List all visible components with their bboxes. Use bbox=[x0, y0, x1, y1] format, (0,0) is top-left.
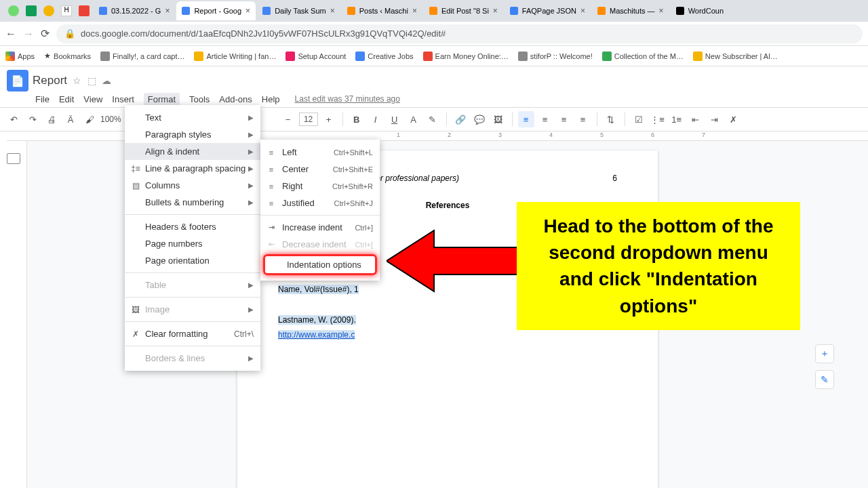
cloud-icon[interactable]: ☁ bbox=[102, 75, 111, 86]
browser-tab[interactable]: FAQPage JSON× bbox=[505, 1, 591, 20]
last-edit-link[interactable]: Last edit was 37 minutes ago bbox=[295, 94, 400, 104]
menu-view[interactable]: View bbox=[83, 94, 102, 104]
numbered-button[interactable]: 1≡ bbox=[669, 111, 685, 127]
format-line-spacing[interactable]: ‡≡Line & paragraph spacing▶ bbox=[125, 160, 260, 177]
decrease-indent[interactable]: ⇤Decrease indentCtrl+[ bbox=[260, 236, 380, 253]
print-button[interactable]: 🖨 bbox=[43, 111, 60, 127]
link-button[interactable]: 🔗 bbox=[452, 111, 469, 127]
menu-addons[interactable]: Add-ons bbox=[219, 94, 252, 104]
close-icon[interactable]: × bbox=[580, 6, 585, 16]
menu-help[interactable]: Help bbox=[262, 94, 280, 104]
bookmark-item[interactable]: Finally!, a card capt… bbox=[100, 52, 184, 61]
increase-indent[interactable]: ⇥Increase indentCtrl+] bbox=[260, 219, 380, 236]
pinned-tab[interactable] bbox=[76, 3, 92, 19]
move-icon[interactable]: ⬚ bbox=[87, 75, 96, 86]
menu-tools[interactable]: Tools bbox=[189, 94, 210, 104]
bookmark-item[interactable]: Collection of the M… bbox=[602, 52, 684, 61]
menu-insert[interactable]: Insert bbox=[112, 94, 134, 104]
close-icon[interactable]: × bbox=[165, 6, 170, 16]
align-center[interactable]: ≡CenterCtrl+Shift+E bbox=[260, 161, 380, 178]
align-right-button[interactable]: ≡ bbox=[556, 111, 572, 127]
reference-link[interactable]: http://www.example.c bbox=[278, 330, 355, 340]
redo-button[interactable]: ↷ bbox=[24, 111, 41, 127]
format-paragraph-styles[interactable]: Paragraph styles▶ bbox=[125, 126, 260, 143]
paint-format-button[interactable]: 🖌 bbox=[81, 111, 98, 127]
clear-format-button[interactable]: ✗ bbox=[726, 111, 742, 127]
align-right[interactable]: ≡RightCtrl+Shift+R bbox=[260, 178, 380, 195]
format-columns[interactable]: ▤Columns▶ bbox=[125, 177, 260, 194]
indentation-options[interactable]: Indentation options bbox=[265, 256, 375, 273]
browser-tab[interactable]: Posts ‹ Maschi× bbox=[342, 1, 422, 20]
indent-decrease-button[interactable]: ⇤ bbox=[688, 111, 704, 127]
indent-increase-button[interactable]: ⇥ bbox=[707, 111, 723, 127]
format-borders-lines[interactable]: Borders & lines▶ bbox=[125, 350, 260, 367]
bullets-button[interactable]: ⋮≡ bbox=[650, 111, 666, 127]
format-align-indent[interactable]: Align & indent▶ bbox=[125, 143, 260, 160]
suggest-edit-button[interactable]: ✎ bbox=[815, 370, 834, 389]
spellcheck-button[interactable]: Ä bbox=[62, 111, 79, 127]
zoom-select[interactable]: 100% bbox=[100, 115, 121, 124]
font-plus[interactable]: + bbox=[321, 111, 337, 127]
reload-icon[interactable]: ⟳ bbox=[41, 27, 50, 40]
url-input[interactable]: 🔒 docs.google.com/document/d/1aaEfcqDNh2… bbox=[56, 24, 863, 43]
align-left-button[interactable]: ≡ bbox=[518, 111, 534, 127]
bookmark-item[interactable]: stiforP :: Welcome! bbox=[518, 52, 593, 61]
pinned-tab[interactable] bbox=[5, 3, 22, 19]
document-title[interactable]: Report bbox=[33, 74, 67, 87]
bookmark-item[interactable]: Setup Account bbox=[285, 52, 346, 61]
menu-format[interactable]: Format bbox=[144, 93, 180, 106]
align-justify-button[interactable]: ≡ bbox=[575, 111, 591, 127]
browser-tab[interactable]: Edit Post "8 Si× bbox=[424, 1, 503, 20]
close-icon[interactable]: × bbox=[330, 6, 335, 16]
browser-tab[interactable]: WordCoun bbox=[671, 1, 729, 20]
bookmark-item[interactable]: New Subscriber | Al… bbox=[693, 52, 778, 61]
image-button[interactable]: 🖼 bbox=[490, 111, 507, 127]
line-spacing-button[interactable]: ⇅ bbox=[603, 111, 619, 127]
close-icon[interactable]: × bbox=[659, 6, 664, 16]
comment-button[interactable]: 💬 bbox=[471, 111, 488, 127]
browser-tab[interactable]: Maschituts —× bbox=[592, 1, 669, 20]
align-justified[interactable]: ≡JustifiedCtrl+Shift+J bbox=[260, 195, 380, 211]
pinned-tab[interactable]: H bbox=[58, 3, 75, 19]
close-icon[interactable]: × bbox=[412, 6, 417, 16]
outline-icon[interactable] bbox=[7, 153, 20, 164]
highlight-button[interactable]: ✎ bbox=[425, 111, 441, 127]
menu-edit[interactable]: Edit bbox=[59, 94, 74, 104]
undo-button[interactable]: ↶ bbox=[5, 111, 22, 127]
back-icon[interactable]: ← bbox=[5, 28, 16, 40]
format-headers-footers[interactable]: Headers & footers bbox=[125, 218, 260, 235]
format-table[interactable]: Table▶ bbox=[125, 277, 260, 293]
menu-file[interactable]: File bbox=[35, 94, 50, 104]
close-icon[interactable]: × bbox=[245, 6, 250, 16]
format-page-numbers[interactable]: Page numbers bbox=[125, 235, 260, 252]
pinned-tab[interactable] bbox=[41, 3, 57, 19]
format-page-orientation[interactable]: Page orientation bbox=[125, 252, 260, 269]
align-center-button[interactable]: ≡ bbox=[537, 111, 553, 127]
format-image[interactable]: 🖼Image▶ bbox=[125, 301, 260, 318]
bookmark-item[interactable]: Earn Money Online:… bbox=[423, 52, 509, 61]
format-bullets-numbering[interactable]: Bullets & numbering▶ bbox=[125, 194, 260, 211]
bookmark-star[interactable]: ★Bookmarks bbox=[44, 52, 91, 60]
font-size-input[interactable]: 12 bbox=[299, 113, 318, 126]
browser-tab[interactable]: Daily Task Sum× bbox=[257, 1, 340, 20]
star-icon[interactable]: ☆ bbox=[73, 75, 81, 86]
pinned-tab[interactable] bbox=[23, 3, 39, 19]
italic-button[interactable]: I bbox=[368, 111, 384, 127]
browser-tab[interactable]: 03.15.2022 - G× bbox=[94, 1, 175, 20]
add-comment-button[interactable]: ＋ bbox=[815, 344, 834, 363]
align-left[interactable]: ≡LeftCtrl+Shift+L bbox=[260, 144, 380, 161]
format-text[interactable]: Text▶ bbox=[125, 109, 260, 126]
docs-logo-icon[interactable]: 📄 bbox=[7, 70, 28, 92]
bookmark-item[interactable]: Article Writing | fan… bbox=[194, 52, 276, 61]
text-color-button[interactable]: A bbox=[406, 111, 422, 127]
checklist-button[interactable]: ☑ bbox=[631, 111, 647, 127]
bookmark-item[interactable]: Creative Jobs bbox=[355, 52, 413, 61]
bold-button[interactable]: B bbox=[349, 111, 365, 127]
browser-tab-active[interactable]: Report - Goog× bbox=[176, 1, 256, 20]
close-icon[interactable]: × bbox=[493, 6, 498, 16]
font-minus[interactable]: − bbox=[280, 111, 296, 127]
underline-button[interactable]: U bbox=[387, 111, 403, 127]
format-clear-formatting[interactable]: ✗Clear formattingCtrl+\ bbox=[125, 325, 260, 342]
apps-button[interactable]: Apps bbox=[5, 52, 35, 61]
forward-icon[interactable]: → bbox=[23, 28, 34, 40]
